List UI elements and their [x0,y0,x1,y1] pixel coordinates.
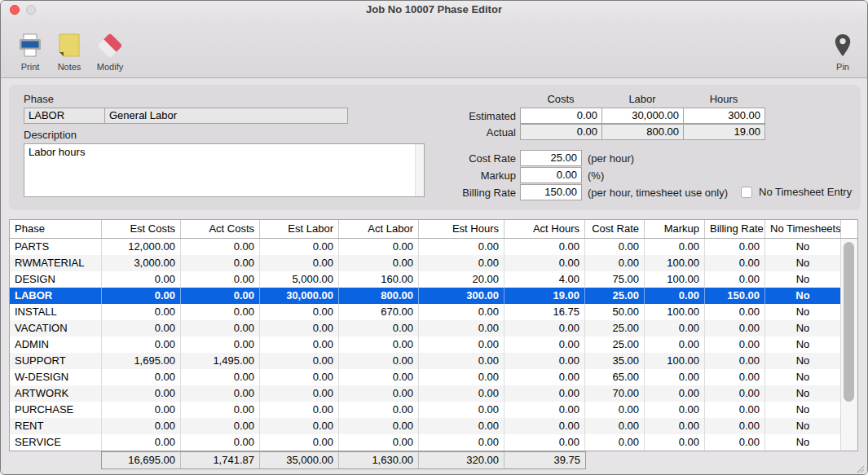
value-cell: 0.00 [102,385,181,402]
content-area: Phase LABOR General Labor Description La… [1,78,867,475]
value-cell: 0.00 [705,369,765,385]
phase-cell: PURCHASE [10,402,102,418]
print-button[interactable]: Print [11,29,50,74]
estimated-hours-field[interactable]: 300.00 [683,108,765,124]
map-pin-icon [833,31,853,60]
table-scrollbar-thumb[interactable] [844,242,854,402]
table-row-labor[interactable]: LABOR0.000.0030,000.00800.00300.0019.002… [10,288,841,304]
cost-rate-label: Cost Rate [431,152,516,165]
table-row-w-design[interactable]: W-DESIGN0.000.000.000.000.000.0065.000.0… [10,369,841,385]
value-cell: 0.00 [585,239,645,255]
table-row-rwmaterial[interactable]: RWMATERIAL3,000.000.000.000.000.000.000.… [10,255,841,271]
value-cell: No [765,304,841,320]
table-row-service[interactable]: SERVICE0.000.000.000.000.000.000.000.000… [10,434,841,451]
value-cell: 16.75 [504,304,585,320]
value-cell: 0.00 [504,239,585,255]
value-cell: 0.00 [504,369,585,385]
title-bar: Job No 10007 Phase Editor [1,1,867,19]
value-cell: 5,000.00 [260,271,339,288]
value-cell: 35.00 [585,353,645,369]
value-cell: 0.00 [419,239,504,255]
estimated-label: Estimated [431,110,516,122]
table-row-artwork[interactable]: ARTWORK0.000.000.000.000.000.0070.000.00… [10,385,841,402]
value-cell: 0.00 [181,369,260,385]
value-cell: 0.00 [339,418,419,434]
estimated-costs-field[interactable]: 0.00 [520,108,602,124]
value-cell: 0.00 [339,369,419,385]
value-cell: 19.00 [504,288,585,304]
table-row-support[interactable]: SUPPORT1,695.001,495.000.000.000.000.003… [10,353,841,369]
pin-button[interactable]: Pin [823,29,862,74]
phase-code-field[interactable]: LABOR [24,108,105,124]
value-cell: 50.00 [585,304,645,320]
actual-hours-field: 19.00 [683,124,765,140]
phase-label: Phase [24,93,54,105]
markup-note: (%) [588,169,604,182]
actual-costs-field: 0.00 [520,124,602,140]
column-header-est-costs: Est Costs [102,220,181,238]
modify-button[interactable]: Modify [89,29,131,74]
table-row-admin[interactable]: ADMIN0.000.000.000.000.000.0025.000.000.… [10,336,841,353]
value-cell: 0.00 [645,336,705,353]
value-cell: 0.00 [260,255,339,271]
table-scrollbar[interactable] [840,239,857,451]
column-header-cost-rate: Cost Rate [585,220,645,238]
phase-editor-window: Job No 10007 Phase Editor Print Note [0,0,868,475]
phase-cell: SUPPORT [10,353,102,369]
value-cell: 0.00 [705,304,765,320]
no-timesheet-checkbox[interactable] [741,187,752,198]
value-cell: 0.00 [181,288,260,304]
value-cell: 0.00 [504,320,585,336]
value-cell: 0.00 [260,353,339,369]
pin-label: Pin [836,62,849,72]
billing-rate-field[interactable]: 150.00 [520,184,582,200]
value-cell: 0.00 [102,369,181,385]
value-cell: 0.00 [504,418,585,434]
phase-name-field[interactable]: General Labor [104,108,348,124]
phase-cell: DESIGN [10,271,102,288]
value-cell: 0.00 [260,239,339,255]
value-cell: 0.00 [419,369,504,385]
value-cell: 0.00 [705,239,765,255]
value-cell: 0.00 [339,434,419,451]
value-cell: 70.00 [585,385,645,402]
value-cell: 0.00 [102,402,181,418]
value-cell: No [765,402,841,418]
value-cell: 0.00 [260,418,339,434]
value-cell: 0.00 [585,402,645,418]
value-cell: 0.00 [102,304,181,320]
table-row-design[interactable]: DESIGN0.000.005,000.00160.0020.004.0075.… [10,271,841,288]
value-cell: 0.00 [260,385,339,402]
value-cell: No [765,353,841,369]
value-cell: No [765,434,841,451]
value-cell: 25.00 [585,320,645,336]
markup-field[interactable]: 0.00 [520,167,582,183]
value-cell: 0.00 [585,418,645,434]
table-row-install[interactable]: INSTALL0.000.000.00670.000.0016.7550.001… [10,304,841,320]
description-field[interactable]: Labor hours [24,143,425,197]
estimated-labor-field[interactable]: 30,000.00 [601,108,684,124]
resize-grip-icon[interactable] [855,464,865,473]
hours-column-header: Hours [683,93,764,105]
table-row-rent[interactable]: RENT0.000.000.000.000.000.000.000.000.00… [10,418,841,434]
printer-icon [17,31,43,60]
total-cell: 39.75 [504,452,585,468]
value-cell: 0.00 [645,320,705,336]
value-cell: 0.00 [504,402,585,418]
value-cell: 0.00 [705,385,765,402]
value-cell: 150.00 [705,288,765,304]
description-scrollbar[interactable] [415,144,424,196]
value-cell: 0.00 [181,239,260,255]
value-cell: 0.00 [181,385,260,402]
modify-label: Modify [97,62,123,72]
table-row-parts[interactable]: PARTS12,000.000.000.000.000.000.000.000.… [10,239,841,255]
notes-button[interactable]: Notes [50,29,89,74]
phase-cell: RENT [10,418,102,434]
cost-rate-field[interactable]: 25.00 [520,150,582,166]
value-cell: 0.00 [419,434,504,451]
table-row-purchase[interactable]: PURCHASE0.000.000.000.000.000.000.000.00… [10,402,841,418]
notes-label: Notes [58,62,82,72]
value-cell: 0.00 [260,304,339,320]
total-cell: 35,000.00 [260,452,339,468]
table-row-vacation[interactable]: VACATION0.000.000.000.000.000.0025.000.0… [10,320,841,336]
